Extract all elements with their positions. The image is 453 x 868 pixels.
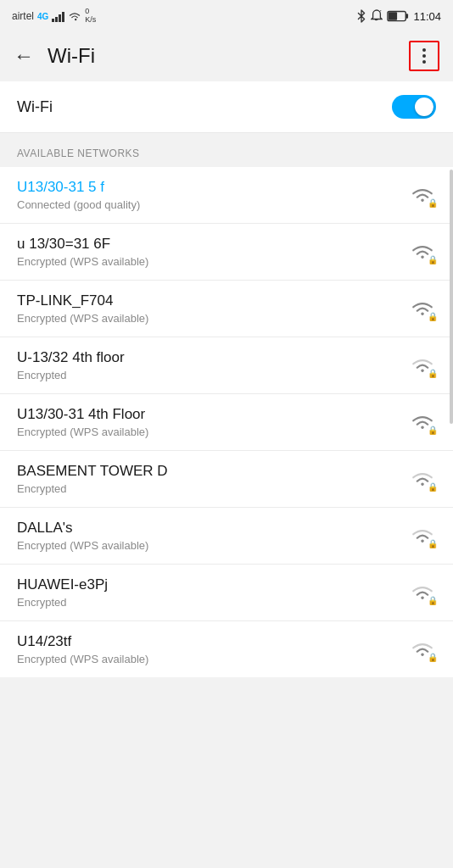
toggle-track (392, 95, 436, 119)
svg-rect-3 (389, 12, 397, 19)
svg-rect-2 (406, 14, 409, 19)
notification-icon (371, 9, 383, 23)
network-info: U13/30-31 4th Floor Encrypted (WPS avail… (17, 406, 399, 438)
wifi-status-icon (68, 10, 81, 22)
list-item[interactable]: TP-LINK_F704 Encrypted (WPS available) 🔒 (0, 281, 453, 337)
network-info: U14/23tf Encrypted (WPS available) (17, 633, 399, 665)
list-item[interactable]: U-13/32 4th floor Encrypted 🔒 (0, 337, 453, 394)
network-status: Encrypted (17, 596, 399, 609)
lock-icon: 🔒 (428, 255, 438, 264)
bar3 (59, 14, 61, 22)
header: ← Wi-Fi (0, 31, 453, 81)
network-status: Encrypted (WPS available) (17, 255, 399, 268)
network-name: U-13/32 4th floor (17, 349, 399, 366)
wifi-signal-icon-container: 🔒 (409, 411, 436, 433)
bluetooth-icon (356, 9, 366, 23)
lock-icon: 🔒 (428, 482, 438, 492)
network-list: U13/30-31 5 f Connected (good quality) 🔒… (0, 167, 453, 677)
lock-icon: 🔒 (428, 596, 438, 605)
status-right: 11:04 (356, 9, 441, 23)
network-status: Encrypted (17, 369, 399, 381)
status-bar: airtel 4G 0K/s (0, 0, 453, 31)
network-info: BASEMENT TOWER D Encrypted (17, 463, 399, 495)
wifi-signal-icon-container: 🔒 (409, 525, 436, 547)
bar1 (52, 19, 54, 22)
network-info: HUAWEI-e3Pj Encrypted (17, 576, 399, 609)
bar2 (55, 17, 58, 22)
list-item[interactable]: BASEMENT TOWER D Encrypted 🔒 (0, 451, 453, 508)
dot1 (422, 48, 426, 52)
wifi-toggle-switch[interactable] (392, 95, 436, 119)
list-item[interactable]: DALLA's Encrypted (WPS available) 🔒 (0, 508, 453, 565)
time-display: 11:04 (413, 10, 441, 23)
available-networks-section-header: AVAILABLE NETWORKS (0, 133, 453, 167)
wifi-signal-icon-container: 🔒 (409, 298, 436, 320)
dot3 (422, 60, 426, 64)
data-speed: 0K/s (85, 8, 96, 25)
status-left: airtel 4G 0K/s (12, 8, 96, 25)
wifi-signal-icon-container: 🔒 (409, 354, 436, 376)
carrier-label: airtel (12, 10, 34, 22)
network-status: Encrypted (WPS available) (17, 653, 399, 665)
dot2 (422, 54, 426, 58)
network-status: Connected (good quality) (17, 198, 399, 211)
lock-icon: 🔒 (428, 369, 438, 378)
wifi-toggle-row: Wi-Fi (0, 81, 453, 133)
signal-bars (52, 10, 64, 22)
lock-icon: 🔒 (428, 653, 438, 662)
scrollbar[interactable] (450, 170, 453, 424)
lock-icon: 🔒 (428, 426, 438, 435)
network-type: 4G (37, 12, 48, 21)
wifi-signal-icon-container: 🔒 (409, 184, 436, 206)
wifi-signal-icon-container: 🔒 (409, 241, 436, 263)
bar4 (62, 12, 64, 22)
network-info: TP-LINK_F704 Encrypted (WPS available) (17, 292, 399, 325)
network-name: TP-LINK_F704 (17, 292, 399, 309)
network-name: DALLA's (17, 520, 399, 537)
network-info: u 13/30=31 6F Encrypted (WPS available) (17, 236, 399, 268)
list-item[interactable]: U14/23tf Encrypted (WPS available) 🔒 (0, 621, 453, 677)
network-name: U13/30-31 5 f (17, 179, 399, 196)
svg-line-0 (380, 10, 382, 12)
wifi-signal-icon-container: 🔒 (409, 468, 436, 490)
wifi-signal-icon-container: 🔒 (409, 638, 436, 660)
network-info: DALLA's Encrypted (WPS available) (17, 520, 399, 552)
lock-icon: 🔒 (428, 312, 438, 321)
toggle-thumb (415, 97, 433, 116)
more-dots-icon (422, 48, 426, 64)
lock-icon: 🔒 (428, 539, 438, 548)
network-info: U-13/32 4th floor Encrypted (17, 349, 399, 381)
network-name: U13/30-31 4th Floor (17, 406, 399, 423)
network-name: HUAWEI-e3Pj (17, 576, 399, 593)
list-item[interactable]: U13/30-31 4th Floor Encrypted (WPS avail… (0, 394, 453, 451)
network-status: Encrypted (17, 482, 399, 495)
list-item[interactable]: U13/30-31 5 f Connected (good quality) 🔒 (0, 167, 453, 224)
network-status: Encrypted (WPS available) (17, 312, 399, 325)
more-menu-button[interactable] (409, 41, 439, 71)
network-info: U13/30-31 5 f Connected (good quality) (17, 179, 399, 211)
section-label: AVAILABLE NETWORKS (17, 147, 140, 159)
battery-level (387, 10, 409, 22)
page-title: Wi-Fi (48, 44, 409, 68)
list-item[interactable]: u 13/30=31 6F Encrypted (WPS available) … (0, 224, 453, 281)
network-name: BASEMENT TOWER D (17, 463, 399, 480)
lock-icon: 🔒 (428, 198, 438, 208)
network-status: Encrypted (WPS available) (17, 426, 399, 438)
network-name: u 13/30=31 6F (17, 236, 399, 253)
back-button[interactable]: ← (14, 44, 34, 68)
network-status: Encrypted (WPS available) (17, 539, 399, 552)
wifi-toggle-label: Wi-Fi (17, 98, 53, 116)
network-name: U14/23tf (17, 633, 399, 650)
list-item[interactable]: HUAWEI-e3Pj Encrypted 🔒 (0, 565, 453, 621)
wifi-signal-icon-container: 🔒 (409, 581, 436, 604)
battery-icon (387, 10, 409, 22)
